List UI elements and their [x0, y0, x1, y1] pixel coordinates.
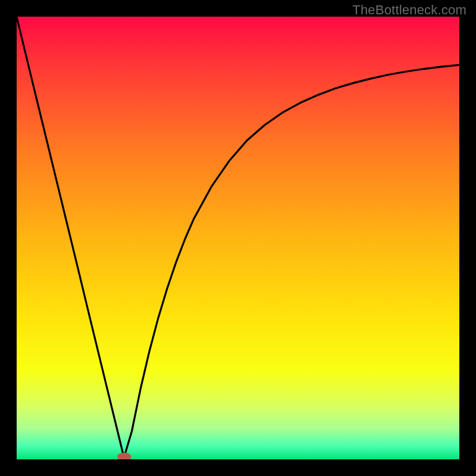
- chart-svg: [17, 17, 459, 459]
- chart-background: [17, 17, 459, 459]
- chart-frame: [17, 17, 459, 459]
- watermark-text: TheBottleneck.com: [352, 2, 466, 18]
